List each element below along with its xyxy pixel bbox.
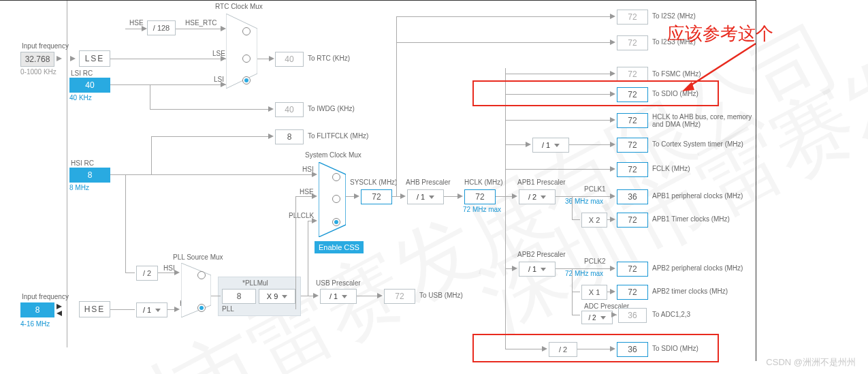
apb2-tim-mul: X 1 [581, 285, 607, 300]
adc-value: 36 [618, 308, 647, 323]
usb-div[interactable]: / 1 [320, 289, 357, 304]
apb2-div[interactable]: / 1 [519, 262, 556, 277]
frame-top [0, 0, 756, 1]
sysmux-hse-radio[interactable] [332, 195, 340, 203]
rtc-mux-lsi-radio[interactable] [242, 76, 251, 84]
apb1-tim-value: 72 [617, 213, 648, 228]
apb1-note: 36 MHz max [565, 198, 603, 205]
highlight-sdio-bottom [472, 334, 719, 362]
usb-value: 72 [384, 289, 415, 304]
cortex-value: 72 [617, 138, 648, 153]
pll-n[interactable]: 8 [222, 289, 256, 304]
flitf-value: 8 [275, 129, 304, 144]
input-freq-top-title: Input frequency [22, 42, 69, 50]
fsmc-value: 72 [617, 67, 648, 82]
hclk-ahb-label: HCLK to AHB bus, core, memory and DMA (M… [652, 113, 754, 128]
pclk1-label: PCLK1 [584, 185, 606, 193]
sysmux-pll-radio[interactable] [332, 218, 340, 226]
input-freq-top-value[interactable]: 32.768 [20, 52, 54, 67]
arrow-icon [57, 56, 62, 61]
input-freq-bottom-range: 4-16 MHz [20, 320, 50, 328]
input-freq-bottom-title: Input frequency [22, 293, 69, 300]
pllmul-label: *PLLMul [242, 279, 268, 287]
hclk-value[interactable]: 72 [464, 189, 496, 204]
hsi-freq: 8 MHz [69, 184, 89, 191]
pll-panel-label: PLL [222, 305, 234, 313]
rtc-mux-title: RTC Clock Mux [215, 3, 263, 10]
apb2-tim-label: APB2 timer clocks (MHz) [652, 287, 728, 295]
pll-hse-div[interactable]: / 1 [136, 302, 167, 317]
iwdg-label: To IWDG (KHz) [308, 105, 355, 112]
apb2-periph-label: APB2 peripheral clocks (MHz) [652, 264, 743, 272]
fclk-value: 72 [617, 162, 648, 177]
lsi-title: LSI RC [71, 69, 93, 77]
apb1-periph-label: APB1 peripheral clocks (MHz) [652, 192, 743, 200]
hse-rtc-div: / 128 [147, 20, 176, 35]
hsi-value: 8 [69, 168, 110, 183]
csdn-watermark: CSDN @洲洲不是州州 [766, 356, 856, 369]
pll-source-mux[interactable] [181, 263, 211, 317]
usb-title: USB Prescaler [316, 279, 361, 287]
sysclk-value[interactable]: 72 [361, 189, 392, 204]
apb1-title: APB1 Prescaler [517, 178, 566, 186]
adc-div[interactable]: / 2 [581, 311, 613, 324]
fclk-label: FCLK (MHz) [652, 165, 690, 172]
rtc-out-value: 40 [275, 52, 304, 67]
clock-tree-diagram: 深圳市雷赛发展有限公司 深圳市雷赛发展有限公司 Input frequency … [0, 0, 868, 374]
i2s3-value: 72 [617, 35, 648, 50]
pll-src-hsi-radio[interactable] [197, 271, 206, 279]
arrow-icon [57, 311, 62, 316]
pll-src-title: PLL Source Mux [173, 253, 223, 261]
sysmux-hsi-radio[interactable] [332, 173, 340, 181]
frame-right [756, 0, 756, 361]
ahb-title: AHB Prescaler [406, 178, 451, 186]
annotation-arrow [681, 40, 762, 94]
svg-marker-0 [226, 14, 257, 89]
apb2-periph-value: 72 [617, 262, 648, 277]
sysclk-label: SYSCLK (MHz) [350, 178, 397, 186]
apb1-tim-mul: X 2 [581, 213, 607, 228]
pll-hsi-div2: / 2 [136, 266, 158, 281]
adc-label: To ADC1,2,3 [652, 311, 690, 318]
iwdg-value: 40 [275, 102, 304, 117]
rtc-out-label: To RTC (KHz) [308, 54, 350, 62]
sys-mux-title: System Clock Mux [305, 151, 361, 159]
usb-label: To USB (MHz) [419, 292, 463, 299]
rtc-mux[interactable] [226, 14, 257, 89]
pll-src-hse-radio[interactable] [197, 304, 206, 312]
apb2-note: 72 MHz max [565, 270, 603, 277]
hclk-label: HCLK (MHz) [464, 178, 503, 186]
cortex-label: To Cortex System timer (MHz) [652, 140, 743, 148]
hclk-ahb-value: 72 [617, 113, 648, 128]
enable-css-button[interactable]: Enable CSS [315, 241, 364, 253]
rtc-mux-lse-radio[interactable] [242, 54, 251, 63]
input-freq-top-range: 0-1000 KHz [20, 68, 57, 76]
lsi-value: 40 [69, 78, 110, 93]
hclk-note: 72 MHz max [463, 206, 501, 213]
arrow-icon [70, 56, 76, 61]
apb1-tim-label: APB1 Timer clocks (MHz) [652, 215, 730, 223]
arrow-icon [57, 304, 62, 309]
apb2-title: APB2 Prescaler [517, 251, 566, 258]
apb1-periph-value: 36 [617, 189, 648, 204]
flitf-label: To FLITFCLK (MHz) [308, 132, 368, 140]
hse-rtc-label: HSE_RTC [185, 19, 217, 27]
hse-source[interactable]: HSE [79, 301, 110, 317]
i2s2-label: To I2S2 (MHz) [652, 12, 696, 20]
lse-source[interactable]: LSE [79, 50, 110, 67]
apb2-tim-value: 72 [617, 285, 648, 300]
cortex-div[interactable]: / 1 [532, 138, 569, 153]
apb1-div[interactable]: / 2 [519, 189, 556, 204]
hsi-title: HSI RC [71, 159, 94, 167]
lsi-freq: 40 KHz [69, 94, 92, 102]
svg-line-3 [688, 44, 756, 87]
pclk2-label: PCLK2 [584, 258, 606, 265]
pll-mul[interactable]: X 9 [259, 289, 295, 304]
svg-marker-1 [181, 263, 211, 317]
ahb-div[interactable]: / 1 [407, 189, 444, 204]
i2s2-value: 72 [617, 10, 648, 25]
input-freq-bottom-value[interactable]: 8 [20, 302, 54, 317]
rtc-mux-hse-radio[interactable] [242, 27, 251, 35]
